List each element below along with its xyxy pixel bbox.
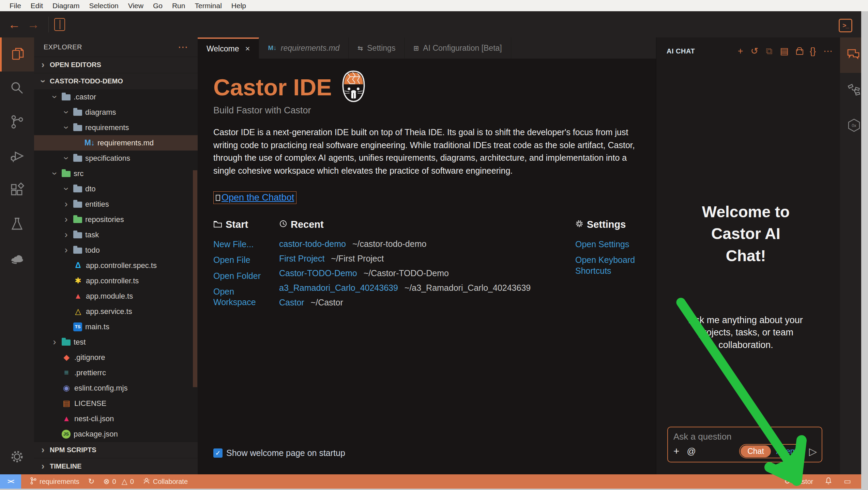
explorer-section-header[interactable]: › CASTOR-TODO-DEMO: [34, 73, 198, 89]
tree-item[interactable]: ✱ app.controller.ts: [34, 273, 198, 288]
open-in-editor-icon[interactable]: ⧉: [766, 47, 772, 56]
menu-item[interactable]: View: [123, 2, 148, 10]
menu-item[interactable]: Run: [167, 2, 190, 10]
braces-icon[interactable]: {}: [810, 47, 816, 56]
menu-item[interactable]: Help: [227, 2, 251, 10]
chat-input-placeholder: Ask a question: [673, 431, 816, 442]
tree-item[interactable]: › test: [34, 334, 198, 350]
tree-item[interactable]: › .castor: [34, 89, 198, 105]
mention-icon[interactable]: @: [687, 446, 696, 457]
attach-icon[interactable]: +: [673, 445, 680, 457]
history-icon[interactable]: ↺: [751, 47, 759, 56]
sidebar-scrollbar[interactable]: [193, 170, 197, 387]
tree-item[interactable]: ◆ .gitignore: [34, 350, 198, 365]
tree-item[interactable]: › specifications: [34, 151, 198, 166]
beaver-icon: [9, 250, 25, 267]
sidebar-item-extensions[interactable]: [0, 174, 34, 208]
tree-item[interactable]: › repositories: [34, 212, 198, 227]
menu-item[interactable]: Selection: [84, 2, 123, 10]
startup-checkbox[interactable]: ✓: [213, 448, 223, 458]
status-panel-layout[interactable]: ▭: [844, 478, 851, 485]
tree-item[interactable]: TS main.ts: [34, 319, 198, 334]
tree-item[interactable]: ▲ nest-cli.json: [34, 411, 198, 426]
recent-item[interactable]: a3_Ramadori_Carlo_40243639 ~/a3_Ramadori…: [279, 283, 575, 293]
settings-link[interactable]: Open Settings: [575, 239, 643, 250]
recent-item[interactable]: Castor ~/Castor: [279, 298, 575, 307]
editor-tab[interactable]: ⇆ Settings: [349, 37, 405, 59]
page-title: Castor IDE: [213, 74, 332, 100]
tree-item[interactable]: › dto: [34, 181, 198, 196]
start-link[interactable]: New File...: [213, 239, 273, 250]
sidebar-item-source-control[interactable]: [0, 106, 34, 140]
status-sync[interactable]: ↻: [88, 478, 94, 485]
send-icon[interactable]: ▷: [809, 445, 817, 457]
terminal-icon[interactable]: >_: [839, 19, 852, 32]
settings-link[interactable]: Open Keyboard Shortcuts: [575, 255, 643, 276]
svg-text:0x: 0x: [852, 123, 856, 128]
tree-item[interactable]: ▲ app.module.ts: [34, 288, 198, 304]
mode-chat-option[interactable]: Chat: [741, 445, 771, 457]
sidebar-item-search[interactable]: [0, 72, 34, 106]
recent-project-name[interactable]: First Project: [279, 254, 324, 263]
split-editor-icon[interactable]: [54, 18, 65, 31]
tree-item[interactable]: △ app.service.ts: [34, 304, 198, 319]
start-link[interactable]: Open File: [213, 255, 273, 265]
recent-project-name[interactable]: Castor-TODO-Demo: [279, 268, 357, 278]
tree-item[interactable]: › entities: [34, 196, 198, 212]
chat-mode-toggle[interactable]: Chat Agent: [739, 444, 804, 458]
forward-arrow-icon[interactable]: →: [24, 17, 43, 32]
status-collaborate[interactable]: Collaborate: [143, 477, 188, 486]
status-notifications[interactable]: [825, 477, 832, 487]
tree-item[interactable]: JS package.json: [34, 426, 198, 442]
settings-gear-button[interactable]: [0, 440, 34, 474]
tree-item[interactable]: › diagrams: [34, 105, 198, 120]
sidebar-item-castor[interactable]: [0, 242, 34, 276]
tree-item[interactable]: › src: [34, 166, 198, 181]
tree-item[interactable]: › requirements: [34, 120, 198, 135]
recent-project-name[interactable]: castor-todo-demo: [279, 239, 346, 249]
sidebar-item-testing[interactable]: [0, 208, 34, 242]
start-link[interactable]: Open Folder: [213, 271, 273, 281]
explorer-sections-bottom: › NPM SCRIPTS › TIMELINE: [34, 442, 198, 474]
menu-item[interactable]: Go: [148, 2, 167, 10]
start-link[interactable]: Open Workspace: [213, 286, 273, 308]
editor-tab[interactable]: Welcome ×: [198, 37, 259, 59]
remote-indicator[interactable]: ><: [0, 474, 21, 489]
editor-tab[interactable]: ⊞ AI Configuration [Beta]: [405, 37, 511, 59]
tree-item[interactable]: ◉ eslint.config.mjs: [34, 380, 198, 396]
status-errors[interactable]: ⊗ 0: [103, 478, 116, 486]
tree-item[interactable]: ▤ LICENSE: [34, 396, 198, 411]
tree-item[interactable]: › task: [34, 227, 198, 242]
status-castor[interactable]: ↻ Castor: [784, 478, 813, 486]
tree-item[interactable]: Δ app.controller.spec.ts: [34, 258, 198, 273]
new-chat-icon[interactable]: +: [738, 47, 743, 56]
recent-project-name[interactable]: Castor: [279, 298, 304, 307]
layout-icon[interactable]: ▤: [780, 47, 789, 56]
recent-item[interactable]: First Project ~/First Project: [279, 254, 575, 264]
tree-item[interactable]: M↓ requirements.md: [34, 135, 198, 151]
status-warnings[interactable]: △ 0: [122, 478, 134, 486]
tree-item[interactable]: ≡ .prettierrc: [34, 365, 198, 380]
editor-tab[interactable]: M↓ requirements.md: [259, 37, 349, 59]
explorer-section-header[interactable]: › TIMELINE: [34, 458, 198, 474]
back-arrow-icon[interactable]: ←: [5, 17, 24, 32]
chat-input-box[interactable]: Ask a question + @ Chat Agent ▷: [667, 427, 822, 462]
close-icon[interactable]: ×: [245, 44, 250, 53]
sidebar-item-run-debug[interactable]: [0, 140, 34, 174]
open-chatbot-link[interactable]: Open the Chatbot: [213, 191, 296, 204]
menu-item[interactable]: Diagram: [48, 2, 84, 10]
tree-item[interactable]: › todo: [34, 242, 198, 258]
unlock-icon[interactable]: [796, 47, 802, 55]
explorer-section-header[interactable]: › OPEN EDITORS: [34, 57, 198, 73]
more-icon[interactable]: ⋯: [823, 47, 833, 56]
menu-item[interactable]: Terminal: [190, 2, 226, 10]
menu-item[interactable]: File: [5, 2, 26, 10]
menu-item[interactable]: Edit: [26, 2, 48, 10]
mode-agent-option[interactable]: Agent: [771, 445, 802, 457]
status-branch[interactable]: requirements: [30, 477, 79, 486]
recent-item[interactable]: castor-todo-demo ~/castor-todo-demo: [279, 239, 575, 249]
recent-project-name[interactable]: a3_Ramadori_Carlo_40243639: [279, 283, 398, 293]
recent-item[interactable]: Castor-TODO-Demo ~/Castor-TODO-Demo: [279, 268, 575, 278]
explorer-section-header[interactable]: › NPM SCRIPTS: [34, 442, 198, 458]
sidebar-item-explorer[interactable]: [0, 37, 34, 72]
